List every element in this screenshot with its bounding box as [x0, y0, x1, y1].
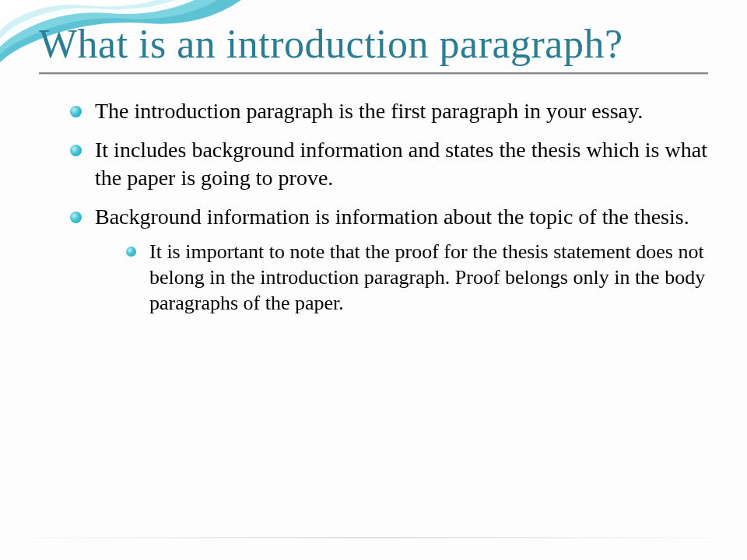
bullet-item: The introduction paragraph is the first … [70, 97, 708, 125]
slide-content: What is an introduction paragraph? The i… [0, 0, 747, 560]
slide-title: What is an introduction paragraph? [39, 22, 708, 66]
bullet-text: Background information is information ab… [95, 205, 689, 229]
bullet-text: It includes background information and s… [95, 138, 707, 190]
bullet-text: The introduction paragraph is the first … [95, 99, 643, 123]
bullet-list: The introduction paragraph is the first … [39, 97, 708, 316]
sub-bullet-item: It is important to note that the proof f… [126, 239, 708, 317]
bullet-item: It includes background information and s… [70, 136, 708, 192]
sub-bullet-list: It is important to note that the proof f… [95, 239, 708, 317]
sub-bullet-text: It is important to note that the proof f… [149, 240, 705, 315]
bullet-item: Background information is information ab… [70, 203, 708, 317]
title-underline [39, 72, 708, 74]
bottom-divider [0, 537, 747, 538]
